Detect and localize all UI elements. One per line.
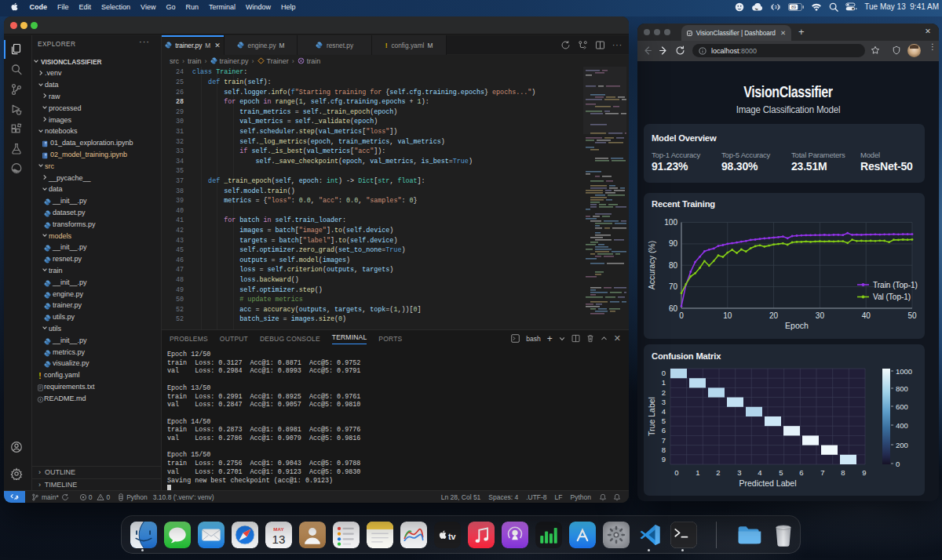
- svg-text:8: 8: [841, 468, 845, 477]
- svg-text:89: 89: [791, 5, 796, 9]
- svg-text:Val (Top-1): Val (Top-1): [873, 293, 911, 301]
- svg-text:0: 0: [662, 369, 666, 377]
- svg-text:70: 70: [669, 282, 678, 291]
- svg-text:5: 5: [662, 416, 666, 425]
- svg-text:1: 1: [696, 468, 699, 477]
- svg-text:Train (Top-1): Train (Top-1): [873, 281, 918, 289]
- svg-text:2: 2: [662, 388, 666, 397]
- svg-text:90: 90: [669, 239, 678, 248]
- svg-text:3: 3: [662, 398, 666, 406]
- svg-text:20: 20: [769, 311, 779, 320]
- svg-text:5: 5: [779, 468, 783, 477]
- svg-text:80: 80: [669, 261, 678, 270]
- svg-text:6: 6: [662, 426, 666, 435]
- svg-text:9: 9: [662, 455, 666, 464]
- svg-text:600: 600: [896, 402, 908, 411]
- svg-text:Predicted Label: Predicted Label: [739, 478, 797, 488]
- svg-text:3: 3: [737, 468, 741, 477]
- svg-text:MAY: MAY: [273, 525, 284, 531]
- svg-text:4: 4: [662, 407, 666, 416]
- svg-text:60: 60: [669, 304, 678, 313]
- svg-text:True Label: True Label: [647, 397, 656, 436]
- svg-text:30: 30: [816, 311, 825, 320]
- svg-text:400: 400: [896, 421, 908, 430]
- svg-text:tv: tv: [447, 531, 455, 540]
- svg-text:Accuracy (%): Accuracy (%): [647, 241, 656, 289]
- svg-text:100: 100: [664, 218, 677, 227]
- svg-text:40: 40: [862, 311, 871, 320]
- svg-text:6: 6: [799, 468, 803, 477]
- svg-text:Epoch: Epoch: [785, 321, 809, 330]
- svg-text:10: 10: [723, 311, 732, 320]
- svg-text:0: 0: [679, 311, 684, 320]
- svg-text:1: 1: [662, 378, 666, 387]
- svg-text:7: 7: [820, 468, 824, 477]
- svg-text:4: 4: [758, 468, 761, 477]
- svg-text:50: 50: [907, 311, 917, 320]
- svg-text:0: 0: [674, 468, 678, 477]
- svg-text:8: 8: [662, 445, 666, 454]
- svg-text:7: 7: [662, 436, 666, 445]
- svg-text:2: 2: [716, 468, 720, 477]
- svg-text:800: 800: [896, 384, 908, 393]
- svg-text:0: 0: [896, 460, 900, 468]
- svg-text:200: 200: [896, 441, 908, 449]
- svg-text:3: 3: [774, 5, 776, 9]
- svg-text:1000: 1000: [896, 367, 912, 376]
- svg-text:9: 9: [862, 468, 866, 477]
- svg-text:13: 13: [272, 532, 285, 545]
